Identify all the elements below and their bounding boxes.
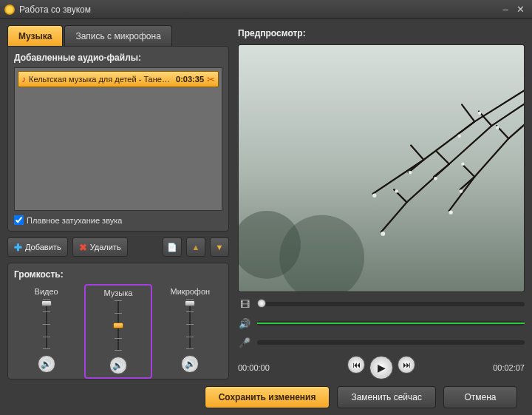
audio-file-name: Кельтская музыка для детей - Танец-ht... xyxy=(29,75,173,84)
remove-file-icon: 📄 xyxy=(167,243,177,252)
volume-video-col: Видео 🔊 xyxy=(14,284,78,379)
dialog-footer: Сохранить изменения Заменить сейчас Отме… xyxy=(7,379,525,415)
replace-button-label: Заменить сейчас xyxy=(351,392,422,402)
tab-music[interactable]: Музыка xyxy=(7,25,63,46)
svg-point-7 xyxy=(381,232,385,236)
play-icon: ▶ xyxy=(378,362,386,374)
tab-mic-label: Запись с микрофона xyxy=(75,31,160,41)
film-icon: 🎞 xyxy=(238,299,251,310)
delete-button[interactable]: ✖Удалить xyxy=(72,237,128,257)
main-columns: Музыка Запись с микрофона Добавленные ау… xyxy=(7,25,525,379)
fade-checkbox-row: Плавное затухание звука xyxy=(14,215,222,225)
music-note-icon: ♪ xyxy=(21,74,26,84)
audio-track-row: 🔊 xyxy=(238,316,525,331)
delete-button-label: Удалить xyxy=(90,243,121,252)
plus-icon: ✚ xyxy=(14,242,22,253)
added-files-label: Добавленные аудио-файлы: xyxy=(14,53,222,63)
arrow-down-icon: ▼ xyxy=(216,243,224,252)
volume-video-label: Видео xyxy=(35,287,58,296)
titlebar: Работа со звуком – ✕ xyxy=(0,0,532,19)
audio-file-list: ♪ Кельтская музыка для детей - Танец-ht.… xyxy=(14,67,222,211)
add-button-label: Добавить xyxy=(25,243,61,252)
file-buttons-row: ✚Добавить ✖Удалить 📄 ▲ ▼ xyxy=(7,237,229,257)
skip-forward-icon: ⏭ xyxy=(403,360,411,369)
seek-thumb[interactable] xyxy=(257,299,266,308)
audio-track-bar[interactable] xyxy=(257,321,525,325)
volume-header: Громкость: xyxy=(14,269,222,280)
audio-file-row[interactable]: ♪ Кельтская музыка для детей - Танец-ht.… xyxy=(18,71,219,87)
volume-mic-slider[interactable] xyxy=(182,299,198,349)
volume-mic-label: Микрофон xyxy=(171,287,211,296)
volume-panel: Громкость: Видео 🔊 Музык xyxy=(7,263,229,379)
svg-point-10 xyxy=(460,189,463,193)
svg-point-11 xyxy=(478,112,482,115)
tab-mic-record[interactable]: Запись с микрофона xyxy=(64,25,171,46)
time-current: 00:00:00 xyxy=(238,363,270,372)
move-down-button[interactable]: ▼ xyxy=(210,237,229,257)
remove-file-button[interactable]: 📄 xyxy=(163,237,182,257)
tab-bar: Музыка Запись с микрофона xyxy=(7,25,229,46)
volume-music-col: Музыка 🔊 xyxy=(84,284,151,379)
tab-music-label: Музыка xyxy=(18,31,52,41)
fade-checkbox[interactable] xyxy=(14,215,24,225)
svg-point-5 xyxy=(434,177,437,180)
app-icon xyxy=(4,4,15,15)
scissors-icon[interactable]: ✂ xyxy=(207,74,215,85)
audio-files-panel: Добавленные аудио-файлы: ♪ Кельтская муз… xyxy=(7,46,229,232)
svg-point-4 xyxy=(409,171,412,175)
fade-checkbox-label: Плавное затухание звука xyxy=(27,216,122,225)
mic-track-bar[interactable] xyxy=(257,340,525,345)
svg-point-13 xyxy=(496,126,499,129)
volume-music-label: Музыка xyxy=(104,289,133,297)
speaker-track-icon: 🔊 xyxy=(238,318,251,329)
right-column: Предпросмотр: xyxy=(238,25,525,379)
svg-point-6 xyxy=(461,162,465,166)
preview-image xyxy=(239,45,524,291)
sound-editor-window: Работа со звуком – ✕ Музыка Запись с мик… xyxy=(0,0,532,415)
cancel-button[interactable]: Отмена xyxy=(443,386,517,408)
minimize-button[interactable]: – xyxy=(498,4,513,16)
play-button[interactable]: ▶ xyxy=(369,356,393,379)
playback-controls: ⏮ ▶ ⏭ xyxy=(270,356,493,379)
audio-file-duration: 0:03:35 xyxy=(176,75,204,84)
mic-icon: 🎤 xyxy=(238,337,251,348)
volume-music-mute[interactable]: 🔊 xyxy=(109,357,127,374)
svg-point-8 xyxy=(395,189,398,193)
next-button[interactable]: ⏭ xyxy=(398,356,415,374)
mic-track-row: 🎤 xyxy=(238,335,525,350)
prev-button[interactable]: ⏮ xyxy=(347,356,365,374)
delete-icon: ✖ xyxy=(79,242,87,253)
window-title: Работа со звуком xyxy=(19,4,498,15)
video-track-row: 🎞 xyxy=(238,297,525,311)
move-up-button[interactable]: ▲ xyxy=(186,237,205,257)
speaker-icon: 🔊 xyxy=(112,360,123,371)
volume-video-mute[interactable]: 🔊 xyxy=(38,355,55,373)
preview-viewport xyxy=(238,44,525,292)
playback-row: 00:00:00 ⏮ ▶ ⏭ 00:02:07 xyxy=(238,356,525,379)
arrow-up-icon: ▲ xyxy=(192,243,200,252)
volume-video-slider[interactable] xyxy=(38,299,55,349)
volume-mic-mute[interactable]: 🔊 xyxy=(181,355,199,373)
volume-columns: Видео 🔊 Музыка xyxy=(14,284,222,379)
speaker-icon: 🔊 xyxy=(185,359,196,369)
time-total: 00:02:07 xyxy=(493,363,525,372)
volume-mic-col: Микрофон 🔊 xyxy=(158,284,222,379)
content-area: Музыка Запись с микрофона Добавленные ау… xyxy=(0,19,532,415)
save-button[interactable]: Сохранить изменения xyxy=(205,386,330,408)
video-seek-bar[interactable] xyxy=(257,302,525,306)
svg-point-3 xyxy=(372,194,376,198)
cancel-button-label: Отмена xyxy=(464,392,496,402)
save-button-label: Сохранить изменения xyxy=(219,392,316,402)
svg-point-12 xyxy=(457,135,461,138)
replace-now-button[interactable]: Заменить сейчас xyxy=(337,386,436,408)
close-button[interactable]: ✕ xyxy=(513,4,528,16)
left-column: Музыка Запись с микрофона Добавленные ау… xyxy=(7,25,229,379)
add-button[interactable]: ✚Добавить xyxy=(7,237,68,257)
svg-point-9 xyxy=(449,211,453,215)
volume-music-slider[interactable] xyxy=(110,300,126,351)
speaker-icon: 🔊 xyxy=(41,359,52,369)
skip-back-icon: ⏮ xyxy=(352,360,361,369)
preview-header: Предпросмотр: xyxy=(238,25,525,41)
